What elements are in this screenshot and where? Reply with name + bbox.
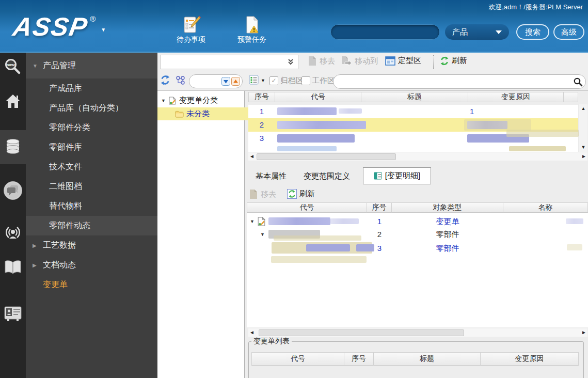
row-expand-icon[interactable]: ▼ [260,232,265,237]
col-header-seq[interactable]: 序号 [248,92,275,102]
change-order-list-panel: 变更单列表 代号 序号 标题 变更原因 [248,337,584,378]
broadcast-rail-button[interactable] [0,223,26,243]
welcome-text: 欢迎,adm！/服务器:PLM Server [488,3,583,12]
tree-item-unclassified-selected[interactable]: 未分类 [157,107,262,120]
menu-item-label: 变更单 [43,279,68,290]
scroll-right-icon[interactable]: ► [580,328,587,337]
view-mode-button[interactable] [249,75,259,87]
logo-registered-mark: ® [90,14,96,23]
col-header-code[interactable]: 代号 [275,92,361,102]
tree-root-label: 变更单分类 [179,96,218,105]
hscroll-thumb[interactable] [257,153,396,160]
main-table-hscrollbar[interactable]: ◄ ► [248,152,587,161]
main-table-vscrollbar[interactable]: ▲ ▼ [579,104,587,152]
list-caret-icon[interactable]: ▼ [261,78,265,83]
menu-item-change-order-selected[interactable]: 变更单 [26,275,174,294]
col-header-reason[interactable]: 变更原因 [468,92,564,102]
messages-rail-button[interactable] [0,181,26,200]
search-button[interactable]: 搜索 [516,24,549,40]
detail-row[interactable]: ▼ 1 变更单 [247,215,588,228]
move-to-button[interactable]: 移动到 [341,56,378,66]
library-rail-button[interactable] [0,259,26,276]
menu-group-document-dynamics[interactable]: ▶ 文档动态 [26,255,164,275]
menu-item-label: 零部件动态 [49,220,90,231]
menu-group-label: 产品管理 [43,60,76,71]
finalize-zone-icon [385,56,395,66]
dcol-header-name[interactable]: 名称 [503,202,588,213]
home-rail-button[interactable] [0,93,26,109]
tree-expand-icon[interactable]: ▼ [161,98,166,103]
collapse-bar[interactable] [160,55,298,69]
filter-search-input[interactable] [333,74,586,89]
menu-item-label: 替代物料 [49,201,82,212]
scroll-left-icon[interactable]: ◄ [248,328,256,337]
tree-root-change-order-classification[interactable]: ▼ 变更单分类 [157,94,248,107]
menu-group-process-data[interactable]: ▶ 工艺数据 [26,235,164,255]
level-spinner-input[interactable] [189,74,243,88]
menu-group-product-management[interactable]: ▼ 产品管理 [26,53,164,78]
tab-change-scope[interactable]: 变更范围定义 [304,171,350,181]
advanced-search-button[interactable]: 高级 [553,24,584,40]
archive-checkbox-label[interactable]: 归档区 [280,76,304,86]
bcol-header-title[interactable]: 标题 [374,352,481,366]
col-header-title[interactable]: 标题 [361,92,468,102]
open-book-icon [4,259,22,276]
row-seq: 2 [367,230,392,239]
detail-table-header: 代号 序号 对象类型 名称 [247,202,588,213]
scroll-down-icon[interactable]: ▼ [579,144,587,151]
table-row[interactable]: 3 [248,132,578,145]
archive-checkbox[interactable]: ✓ [269,76,278,85]
search-icon[interactable] [573,77,583,89]
bottom-table-header: 代号 序号 标题 变更原因 [251,352,583,366]
database-rail-button[interactable] [0,138,26,156]
detail-refresh-button[interactable]: 刷新 [287,189,315,199]
logo-caret-icon[interactable]: ▼ [101,27,106,33]
todo-clipboard-icon [181,15,201,34]
row-expand-icon[interactable]: ▼ [250,219,255,224]
refresh-icon [440,56,449,66]
bcol-header-code[interactable]: 代号 [251,352,344,366]
refresh-button-label: 刷新 [452,56,467,66]
folder-icon [175,111,184,118]
refresh-button[interactable]: 刷新 [440,56,467,66]
scroll-left-icon[interactable]: ◄ [248,152,256,161]
app-logo[interactable]: ASSP ® ▼ [13,12,106,41]
list-filter-icon [249,75,259,85]
tree-refresh-button[interactable] [160,75,170,87]
workspace-checkbox-label[interactable]: 工作区 [312,76,335,86]
bcol-header-reason[interactable]: 变更原因 [481,352,579,366]
search-category-select[interactable]: 产品 [445,24,509,40]
tab-basic-properties[interactable]: 基本属性 [256,171,287,181]
spin-down-icon[interactable] [221,77,230,86]
workspace-checkbox[interactable] [301,76,310,85]
finalize-zone-button[interactable]: 定型区 [385,56,421,66]
hscroll-thumb[interactable] [259,329,464,336]
scroll-right-icon[interactable]: ► [580,152,587,161]
todo-items-button[interactable]: 待办事项 [171,15,211,44]
tree-structure-button[interactable] [176,75,186,87]
alert-tasks-button[interactable]: 预警任务 [232,15,272,44]
detail-row[interactable]: ▼ 2 零部件 [247,228,588,241]
row-reason: 1 [470,107,474,116]
tab-label: 变更范围定义 [304,171,350,180]
detail-remove-button[interactable]: 移去 [249,189,276,199]
detail-row-highlighted[interactable]: 3 零部件 [247,241,588,256]
scroll-up-icon[interactable]: ▲ [579,105,587,112]
sipm-search-rail-button[interactable]: SIPM [0,58,26,76]
detail-hscrollbar[interactable]: ◄ ► [248,328,587,337]
alert-tasks-label: 预警任务 [237,35,266,43]
idcard-rail-button[interactable] [0,306,26,322]
dcol-header-seq[interactable]: 序号 [367,202,392,213]
dcol-header-type[interactable]: 对象类型 [392,202,503,213]
table-row-partial[interactable] [248,145,578,152]
tab-change-detail-active[interactable]: [变更明细] [363,167,431,184]
remove-button[interactable]: 移去 [308,56,335,66]
logo-text: ASSP [11,12,90,41]
spin-up-icon[interactable] [231,77,240,86]
global-search-input[interactable] [330,24,440,40]
dcol-header-code[interactable]: 代号 [247,202,367,213]
bcol-header-seq[interactable]: 序号 [344,352,374,366]
check-icon: ✓ [271,77,276,84]
table-row[interactable]: 1 1 [248,105,578,118]
menu-item-label: 二维图档 [49,181,82,192]
